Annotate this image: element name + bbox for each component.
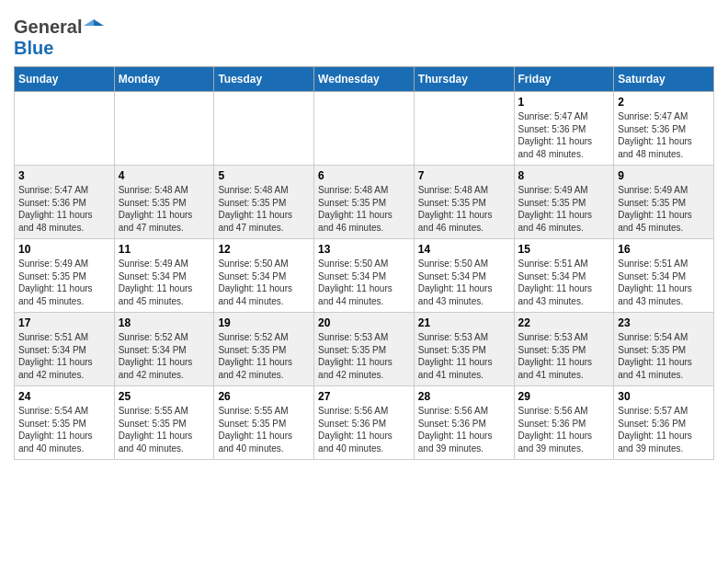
calendar-cell: 13Sunrise: 5:50 AM Sunset: 5:34 PM Dayli… — [314, 239, 415, 313]
day-number: 25 — [119, 390, 210, 403]
day-detail: Sunrise: 5:49 AM Sunset: 5:35 PM Dayligh… — [18, 258, 110, 307]
calendar-cell: 11Sunrise: 5:49 AM Sunset: 5:34 PM Dayli… — [114, 239, 214, 313]
day-detail: Sunrise: 5:53 AM Sunset: 5:35 PM Dayligh… — [318, 331, 410, 381]
day-detail: Sunrise: 5:48 AM Sunset: 5:35 PM Dayligh… — [318, 184, 410, 234]
calendar-cell: 3Sunrise: 5:47 AM Sunset: 5:36 PM Daylig… — [15, 166, 115, 239]
calendar-cell — [314, 92, 415, 166]
day-detail: Sunrise: 5:51 AM Sunset: 5:34 PM Dayligh… — [18, 331, 110, 381]
day-detail: Sunrise: 5:54 AM Sunset: 5:35 PM Dayligh… — [618, 331, 710, 381]
day-number: 29 — [518, 390, 610, 403]
calendar-cell: 5Sunrise: 5:48 AM Sunset: 5:35 PM Daylig… — [214, 166, 314, 239]
day-detail: Sunrise: 5:55 AM Sunset: 5:35 PM Dayligh… — [119, 405, 210, 454]
day-detail: Sunrise: 5:57 AM Sunset: 5:36 PM Dayligh… — [618, 405, 710, 454]
day-detail: Sunrise: 5:47 AM Sunset: 5:36 PM Dayligh… — [18, 184, 110, 234]
day-number: 24 — [18, 390, 110, 403]
calendar-cell — [214, 92, 314, 166]
calendar-cell: 22Sunrise: 5:53 AM Sunset: 5:35 PM Dayli… — [514, 313, 614, 386]
day-number: 6 — [318, 169, 410, 182]
calendar-cell: 4Sunrise: 5:48 AM Sunset: 5:35 PM Daylig… — [114, 166, 214, 239]
weekday-header: Monday — [114, 67, 214, 92]
calendar-cell: 1Sunrise: 5:47 AM Sunset: 5:36 PM Daylig… — [514, 92, 614, 166]
calendar-week-row: 10Sunrise: 5:49 AM Sunset: 5:35 PM Dayli… — [15, 239, 714, 313]
weekday-header: Saturday — [614, 67, 714, 92]
day-number: 7 — [418, 169, 510, 182]
calendar-cell: 28Sunrise: 5:56 AM Sunset: 5:36 PM Dayli… — [414, 386, 514, 460]
calendar-cell: 29Sunrise: 5:56 AM Sunset: 5:36 PM Dayli… — [514, 386, 614, 460]
day-number: 4 — [119, 169, 210, 182]
calendar-cell: 8Sunrise: 5:49 AM Sunset: 5:35 PM Daylig… — [514, 166, 614, 239]
logo-general-text: General — [14, 17, 82, 38]
day-number: 8 — [518, 169, 610, 182]
day-number: 2 — [618, 96, 710, 109]
calendar-week-row: 24Sunrise: 5:54 AM Sunset: 5:35 PM Dayli… — [15, 386, 714, 460]
page-header: General Blue — [14, 9, 714, 59]
day-detail: Sunrise: 5:52 AM Sunset: 5:35 PM Dayligh… — [218, 331, 310, 381]
weekday-header: Wednesday — [314, 67, 415, 92]
day-detail: Sunrise: 5:48 AM Sunset: 5:35 PM Dayligh… — [119, 184, 210, 234]
calendar-cell: 16Sunrise: 5:51 AM Sunset: 5:34 PM Dayli… — [614, 239, 714, 313]
svg-marker-0 — [94, 19, 104, 26]
weekday-header: Thursday — [414, 67, 514, 92]
day-detail: Sunrise: 5:50 AM Sunset: 5:34 PM Dayligh… — [418, 258, 510, 307]
logo-blue-text: Blue — [14, 38, 53, 58]
day-number: 12 — [218, 243, 310, 256]
day-number: 13 — [318, 243, 410, 256]
day-detail: Sunrise: 5:51 AM Sunset: 5:34 PM Dayligh… — [618, 258, 710, 307]
calendar-cell: 25Sunrise: 5:55 AM Sunset: 5:35 PM Dayli… — [114, 386, 214, 460]
svg-marker-1 — [84, 19, 94, 26]
day-detail: Sunrise: 5:53 AM Sunset: 5:35 PM Dayligh… — [418, 331, 510, 381]
day-detail: Sunrise: 5:51 AM Sunset: 5:34 PM Dayligh… — [518, 258, 610, 307]
day-number: 15 — [518, 243, 610, 256]
weekday-header: Friday — [514, 67, 614, 92]
calendar-week-row: 1Sunrise: 5:47 AM Sunset: 5:36 PM Daylig… — [15, 92, 714, 166]
calendar-cell: 6Sunrise: 5:48 AM Sunset: 5:35 PM Daylig… — [314, 166, 415, 239]
day-number: 22 — [518, 316, 610, 329]
calendar-cell: 26Sunrise: 5:55 AM Sunset: 5:35 PM Dayli… — [214, 386, 314, 460]
day-detail: Sunrise: 5:54 AM Sunset: 5:35 PM Dayligh… — [18, 405, 110, 454]
day-number: 27 — [318, 390, 410, 403]
day-detail: Sunrise: 5:50 AM Sunset: 5:34 PM Dayligh… — [318, 258, 410, 307]
day-number: 17 — [18, 316, 110, 329]
day-detail: Sunrise: 5:50 AM Sunset: 5:34 PM Dayligh… — [218, 258, 310, 307]
day-number: 21 — [418, 316, 510, 329]
calendar-cell: 18Sunrise: 5:52 AM Sunset: 5:34 PM Dayli… — [114, 313, 214, 386]
calendar-header-row: SundayMondayTuesdayWednesdayThursdayFrid… — [15, 67, 714, 92]
calendar-cell: 23Sunrise: 5:54 AM Sunset: 5:35 PM Dayli… — [614, 313, 714, 386]
calendar-cell: 7Sunrise: 5:48 AM Sunset: 5:35 PM Daylig… — [414, 166, 514, 239]
day-detail: Sunrise: 5:53 AM Sunset: 5:35 PM Dayligh… — [518, 331, 610, 381]
calendar-cell: 27Sunrise: 5:56 AM Sunset: 5:36 PM Dayli… — [314, 386, 415, 460]
calendar-cell: 14Sunrise: 5:50 AM Sunset: 5:34 PM Dayli… — [414, 239, 514, 313]
day-number: 11 — [119, 243, 210, 256]
day-number: 14 — [418, 243, 510, 256]
day-number: 16 — [618, 243, 710, 256]
day-detail: Sunrise: 5:47 AM Sunset: 5:36 PM Dayligh… — [518, 110, 610, 160]
day-number: 23 — [618, 316, 710, 329]
calendar-cell: 17Sunrise: 5:51 AM Sunset: 5:34 PM Dayli… — [15, 313, 115, 386]
day-detail: Sunrise: 5:49 AM Sunset: 5:34 PM Dayligh… — [119, 258, 210, 307]
logo: General Blue — [14, 17, 104, 59]
day-detail: Sunrise: 5:56 AM Sunset: 5:36 PM Dayligh… — [418, 405, 510, 454]
calendar-week-row: 17Sunrise: 5:51 AM Sunset: 5:34 PM Dayli… — [15, 313, 714, 386]
day-detail: Sunrise: 5:48 AM Sunset: 5:35 PM Dayligh… — [218, 184, 310, 234]
calendar-cell: 12Sunrise: 5:50 AM Sunset: 5:34 PM Dayli… — [214, 239, 314, 313]
day-detail: Sunrise: 5:55 AM Sunset: 5:35 PM Dayligh… — [218, 405, 310, 454]
calendar-cell: 21Sunrise: 5:53 AM Sunset: 5:35 PM Dayli… — [414, 313, 514, 386]
day-number: 26 — [218, 390, 310, 403]
calendar-cell: 30Sunrise: 5:57 AM Sunset: 5:36 PM Dayli… — [614, 386, 714, 460]
day-number: 30 — [618, 390, 710, 403]
calendar-cell: 9Sunrise: 5:49 AM Sunset: 5:35 PM Daylig… — [614, 166, 714, 239]
calendar-week-row: 3Sunrise: 5:47 AM Sunset: 5:36 PM Daylig… — [15, 166, 714, 239]
weekday-header: Tuesday — [214, 67, 314, 92]
logo-bird-icon — [84, 17, 104, 37]
day-number: 19 — [218, 316, 310, 329]
calendar-cell — [114, 92, 214, 166]
day-number: 28 — [418, 390, 510, 403]
day-detail: Sunrise: 5:56 AM Sunset: 5:36 PM Dayligh… — [318, 405, 410, 454]
day-number: 18 — [119, 316, 210, 329]
day-detail: Sunrise: 5:49 AM Sunset: 5:35 PM Dayligh… — [518, 184, 610, 234]
calendar-cell: 19Sunrise: 5:52 AM Sunset: 5:35 PM Dayli… — [214, 313, 314, 386]
calendar-cell: 24Sunrise: 5:54 AM Sunset: 5:35 PM Dayli… — [15, 386, 115, 460]
day-number: 20 — [318, 316, 410, 329]
day-detail: Sunrise: 5:47 AM Sunset: 5:36 PM Dayligh… — [618, 110, 710, 160]
calendar-cell: 20Sunrise: 5:53 AM Sunset: 5:35 PM Dayli… — [314, 313, 415, 386]
